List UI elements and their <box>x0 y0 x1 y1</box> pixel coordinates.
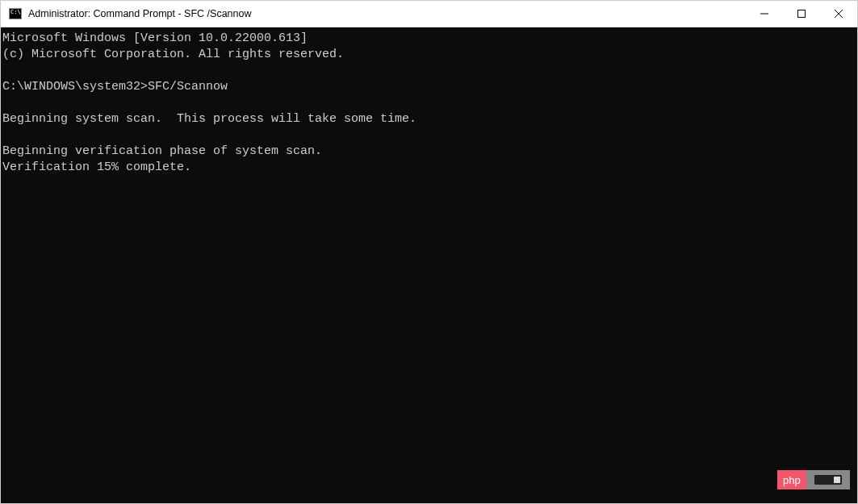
watermark-right <box>806 470 850 489</box>
svg-rect-1 <box>798 10 806 18</box>
terminal-output[interactable]: Microsoft Windows [Version 10.0.22000.61… <box>1 27 857 503</box>
terminal-prompt-path: C:\WINDOWS\system32> <box>2 80 148 94</box>
command-prompt-window: Administrator: Command Prompt - SFC /Sca… <box>0 0 858 504</box>
terminal-line: (c) Microsoft Corporation. All rights re… <box>2 48 344 61</box>
watermark-label: php <box>777 470 806 489</box>
cmd-icon <box>9 8 22 19</box>
titlebar[interactable]: Administrator: Command Prompt - SFC /Sca… <box>1 1 857 27</box>
close-icon <box>835 10 843 18</box>
window-title: Administrator: Command Prompt - SFC /Sca… <box>28 8 746 19</box>
close-button[interactable] <box>820 1 857 27</box>
terminal-line: Beginning verification phase of system s… <box>2 144 322 158</box>
watermark-chip-icon <box>814 475 842 485</box>
terminal-line: Verification 15% complete. <box>2 160 191 174</box>
terminal-line: Microsoft Windows [Version 10.0.22000.61… <box>2 31 308 45</box>
terminal-prompt-command: SFC/Scannow <box>148 80 228 94</box>
terminal-line: Beginning system scan. This process will… <box>2 112 416 126</box>
watermark-badge: php <box>777 470 850 489</box>
maximize-button[interactable] <box>783 1 820 27</box>
minimize-icon <box>760 10 768 18</box>
minimize-button[interactable] <box>746 1 783 27</box>
window-controls <box>746 1 857 27</box>
maximize-icon <box>797 10 806 18</box>
